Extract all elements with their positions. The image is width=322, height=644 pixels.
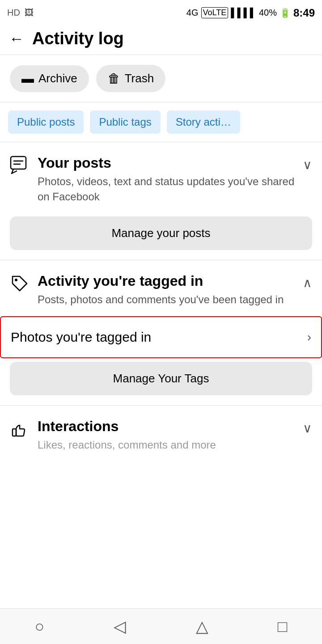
network-label: 4G [186,8,199,18]
volte-label: VoLTE [201,7,229,18]
trash-label: Trash [125,72,154,85]
interactions-title: Interactions [38,418,295,435]
archive-label: Archive [38,72,77,85]
archive-button[interactable]: ▬ Archive [10,65,89,92]
manage-posts-button[interactable]: Manage your posts [10,216,312,250]
status-right: 4G VoLTE ▌▌▌▌ 40% 🔋 8:49 [186,7,315,19]
interactions-text: Interactions Likes, reactions, comments … [38,418,295,453]
your-posts-chevron: ∨ [303,157,312,172]
tab-public-posts[interactable]: Public posts [8,110,84,134]
your-posts-title: Your posts [38,155,295,171]
your-posts-section: Your posts Photos, videos, text and stat… [0,142,322,213]
interactions-chevron: ∨ [303,421,312,436]
tagged-section: Activity you're tagged in Posts, photos … [0,260,322,316]
photos-tagged-chevron: › [307,330,311,344]
trash-button[interactable]: 🗑 Trash [96,65,166,92]
tag-icon [10,274,30,297]
tagged-chevron: ∧ [303,275,312,290]
interactions-icon [10,419,30,443]
hd-label: HD [7,8,20,18]
your-posts-text: Your posts Photos, videos, text and stat… [38,155,295,204]
photos-tagged-item[interactable]: Photos you're tagged in › [0,316,322,358]
your-posts-header: Your posts Photos, videos, text and stat… [10,155,312,204]
tagged-text: Activity you're tagged in Posts, photos … [38,273,295,307]
action-buttons-row: ▬ Archive 🗑 Trash [0,55,322,102]
tagged-desc: Posts, photos and comments you've been t… [38,292,295,307]
trash-icon: 🗑 [108,71,120,86]
tagged-header: Activity you're tagged in Posts, photos … [10,273,312,307]
nav-home-icon[interactable]: ○ [35,617,45,636]
back-button[interactable]: ← [9,30,24,47]
tab-story-activity[interactable]: Story acti… [167,110,240,134]
header: ← Activity log [0,25,322,55]
status-left: HD 🖼 [7,8,34,18]
status-bar: HD 🖼 4G VoLTE ▌▌▌▌ 40% 🔋 8:49 [0,0,322,25]
your-posts-icon [10,156,30,179]
signal-bars-icon: ▌▌▌▌ [231,8,256,18]
tagged-title: Activity you're tagged in [38,273,295,289]
interactions-desc: Likes, reactions, comments and more [38,437,295,453]
nav-recents-icon[interactable]: □ [278,617,288,636]
interactions-section: Interactions Likes, reactions, comments … [0,405,322,457]
filter-tabs-row: Public posts Public tags Story acti… [0,102,322,142]
bottom-nav: ○ ◁ △ □ [0,608,322,644]
svg-point-3 [15,279,17,281]
photos-tagged-label: Photos you're tagged in [11,330,151,345]
battery-icon: 🔋 [280,8,291,18]
battery-label: 40% [259,8,277,18]
manage-tags-button[interactable]: Manage Your Tags [10,362,312,395]
nav-back-icon[interactable]: ◁ [114,617,126,636]
svg-rect-0 [11,157,26,169]
interactions-header: Interactions Likes, reactions, comments … [10,418,312,453]
page-title: Activity log [32,29,124,48]
archive-icon: ▬ [21,72,34,86]
status-time: 8:49 [293,7,315,19]
tab-public-tags[interactable]: Public tags [90,110,160,134]
svg-rect-4 [13,429,16,436]
nav-home-button-icon[interactable]: △ [196,617,208,636]
image-icon: 🖼 [25,8,34,18]
your-posts-desc: Photos, videos, text and status updates … [38,174,295,204]
